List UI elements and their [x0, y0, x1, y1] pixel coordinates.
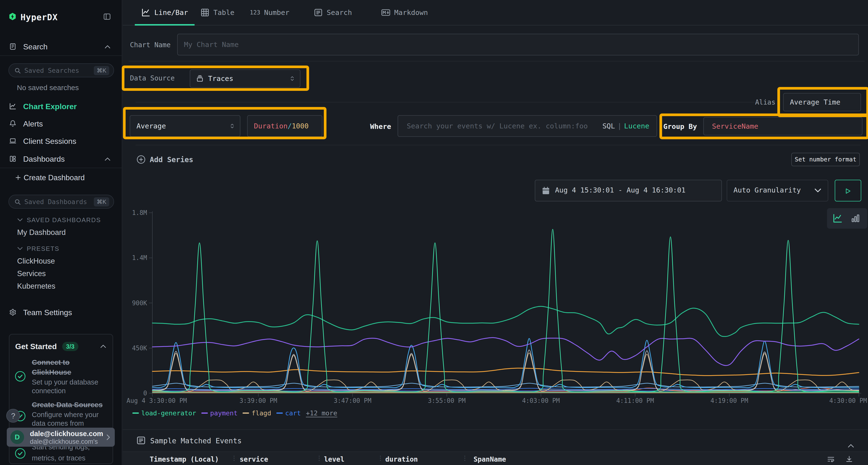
sidebar-section-dashboards[interactable]: Dashboards	[0, 151, 122, 168]
check-circle-icon	[14, 371, 26, 382]
run-query-button[interactable]	[835, 180, 861, 201]
svg-text:4:03:00 PM: 4:03:00 PM	[522, 397, 560, 404]
svg-text:3:47:00 PM: 3:47:00 PM	[334, 397, 372, 404]
text-wrap-icon[interactable]	[827, 455, 835, 463]
chart-name-label: Chart Name	[130, 41, 171, 49]
main-panel: Line/Bar Table 123 Number Search Markdow…	[123, 0, 868, 465]
legend-item[interactable]: load-generator	[132, 409, 196, 417]
user-menu[interactable]: D dale@clickhouse.com dale@clickhouse.co…	[7, 428, 115, 447]
presets-group[interactable]: PRESETS	[0, 243, 122, 254]
chart-name-placeholder: My Chart Name	[184, 40, 239, 49]
sql-option[interactable]: SQL	[602, 122, 615, 130]
get-started-item-desc: Configure where your data comes from	[32, 410, 112, 428]
get-started-item-desc: Set up your database connection	[32, 378, 112, 395]
legend-swatch	[276, 412, 283, 414]
create-dashboard-label: Create Dashboard	[24, 173, 85, 182]
sample-events-header[interactable]: Sample Matched Events	[123, 430, 868, 452]
lucene-option[interactable]: Lucene	[624, 122, 649, 130]
play-icon	[844, 187, 851, 195]
alias-input[interactable]: Average Time	[783, 93, 861, 111]
tab-label: Table	[213, 8, 235, 16]
tab-label: Search	[327, 8, 352, 16]
aggregation-value: Average	[136, 122, 166, 130]
column-resize-handle[interactable]: ⋮	[231, 455, 237, 462]
tab-search[interactable]: Search	[307, 0, 359, 25]
granularity-select[interactable]: Auto Granularity	[727, 180, 828, 201]
field-expression-input[interactable]: Duration/1000	[247, 115, 322, 137]
sidebar-item-my-dashboard[interactable]: My Dashboard	[17, 228, 66, 237]
legend-item[interactable]: payment	[201, 409, 238, 417]
get-started-item-title[interactable]: Connect to ClickHouse	[32, 357, 109, 377]
no-saved-searches-note: No saved searches	[17, 84, 79, 92]
calendar-icon	[541, 186, 550, 195]
legend-label: load-generator	[141, 409, 196, 417]
svg-text:4:11:00 PM: 4:11:00 PM	[616, 397, 654, 404]
svg-text:3:39:00 PM: 3:39:00 PM	[240, 397, 277, 404]
where-label: Where	[370, 122, 391, 131]
get-started-item-title[interactable]: Create Data Sources	[32, 400, 119, 409]
sidebar-item-kubernetes[interactable]: Kubernetes	[17, 282, 56, 291]
shortcut-badge: ⌘K	[94, 197, 109, 206]
laptop-icon	[9, 137, 17, 144]
user-subtitle: dale@clickhouse.com's	[30, 438, 98, 445]
aggregation-select[interactable]: Average	[130, 115, 240, 137]
column-header-service[interactable]: service	[240, 455, 268, 463]
sidebar-item-label: Chart Explorer	[23, 102, 77, 111]
data-source-select[interactable]: Traces	[190, 69, 301, 88]
sidebar-item-team-settings[interactable]: Team Settings	[0, 304, 122, 322]
where-search-input[interactable]: Search your events w/ Lucene ex. column:…	[398, 115, 657, 137]
sidebar-item-services[interactable]: Services	[17, 269, 46, 278]
search-doc-icon	[314, 8, 323, 17]
column-resize-handle[interactable]: ⋮	[377, 455, 383, 462]
chevron-down-icon	[17, 218, 23, 222]
sidebar-item-label: Team Settings	[23, 308, 72, 317]
timeseries-chart[interactable]: 0450K900K1.4M1.8MAug 4 3:30:00 PM3:39:00…	[123, 207, 868, 406]
chevron-up-icon[interactable]	[847, 443, 854, 448]
markdown-icon	[381, 8, 390, 17]
tab-markdown[interactable]: Markdown	[375, 0, 434, 25]
column-header-level[interactable]: level	[324, 455, 344, 463]
chevron-down-icon	[17, 247, 23, 251]
sidebar-item-alerts[interactable]: Alerts	[0, 115, 122, 133]
where-search-placeholder: Search your events w/ Lucene ex. column:…	[407, 122, 588, 130]
add-series-button[interactable]: Add Series	[136, 153, 193, 166]
download-icon[interactable]	[845, 455, 853, 463]
column-header-duration[interactable]: duration	[385, 455, 418, 463]
group-by-input[interactable]: ServiceName	[703, 117, 863, 135]
create-dashboard-button[interactable]: Create Dashboard	[0, 171, 122, 185]
sidebar-section-search[interactable]: Search	[0, 38, 122, 56]
add-series-label: Add Series	[150, 156, 193, 164]
help-button[interactable]: ?	[6, 409, 20, 423]
legend-item[interactable]: cart	[276, 409, 301, 417]
saved-dashboards-group[interactable]: SAVED DASHBOARDS	[0, 215, 122, 225]
legend-item[interactable]: flagd	[243, 409, 271, 417]
get-started-title: Get Started	[15, 342, 57, 351]
sample-events-title: Sample Matched Events	[150, 437, 242, 445]
column-header-timestamp[interactable]: Timestamp (Local)	[150, 455, 219, 463]
sidebar-item-chart-explorer[interactable]: Chart Explorer	[0, 98, 122, 115]
sidebar-item-client-sessions[interactable]: Client Sessions	[0, 133, 122, 150]
sidebar-item-clickhouse[interactable]: ClickHouse	[17, 257, 55, 266]
logo-row: HyperDX	[0, 9, 122, 26]
column-header-spanname[interactable]: SpanName	[473, 455, 506, 463]
sidebar-item-label: Alerts	[23, 120, 43, 128]
sidebar-collapse-icon[interactable]	[103, 13, 111, 20]
chevron-up-icon[interactable]	[100, 344, 106, 348]
query-language-toggle[interactable]: SQL|Lucene	[602, 122, 649, 130]
set-number-format-button[interactable]: Set number format	[791, 153, 860, 166]
tab-line-bar[interactable]: Line/Bar	[135, 0, 194, 25]
legend-more-link[interactable]: +12 more	[306, 409, 337, 417]
help-label: ?	[11, 412, 15, 420]
date-range-input[interactable]: Aug 4 15:30:01 - Aug 4 16:30:01	[535, 180, 722, 201]
column-resize-handle[interactable]: ⋮	[316, 455, 322, 462]
chart-name-input[interactable]: My Chart Name	[177, 34, 859, 56]
saved-searches-input[interactable]: Saved Searches ⌘K	[8, 63, 114, 77]
events-table-header: Timestamp (Local) ⋮ service ⋮ level ⋮ du…	[123, 452, 868, 465]
divider	[135, 102, 754, 102]
saved-dashboards-input[interactable]: Saved Dashboards ⌘K	[8, 195, 114, 209]
tab-number[interactable]: 123 Number	[243, 0, 296, 25]
granularity-value: Auto Granularity	[734, 186, 801, 194]
tab-table[interactable]: Table	[194, 0, 241, 25]
column-resize-handle[interactable]: ⋮	[462, 455, 468, 462]
data-source-value: Traces	[208, 74, 234, 82]
